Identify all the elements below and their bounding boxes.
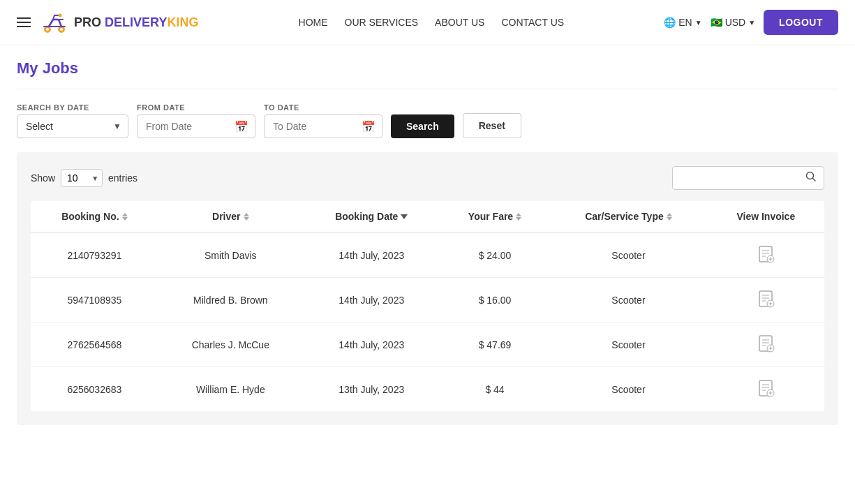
entries-select-wrapper: 10 25 50 100 ▼ (61, 169, 103, 187)
cell-driver: William E. Hyde (158, 367, 303, 412)
cell-fare: $ 47.69 (440, 323, 550, 367)
table-header: Booking No. Driver (31, 201, 824, 232)
table-row: 2762564568 Charles J. McCue 14th July, 2… (31, 323, 824, 367)
nav-our-services[interactable]: OUR SERVICES (345, 17, 419, 28)
currency-selector[interactable]: 🇧🇷 USD ▼ (711, 17, 755, 28)
header-right: 🌐 EN ▼ 🇧🇷 USD ▼ LOGOUT (664, 10, 838, 35)
currency-flag-icon: 🇧🇷 (711, 17, 722, 28)
search-by-date-group: SEARCH BY DATE Select Today This Week Th… (17, 103, 128, 138)
from-date-input-wrapper: 📅 (137, 114, 255, 138)
col-booking-no: Booking No. (31, 201, 158, 232)
sort-icon[interactable] (244, 213, 249, 221)
invoice-icon[interactable] (756, 378, 775, 398)
logo-text: PRO DELIVERYKING (74, 15, 198, 30)
svg-point-2 (46, 28, 49, 31)
search-by-date-label: SEARCH BY DATE (17, 103, 128, 112)
language-selector[interactable]: 🌐 EN ▼ (664, 17, 701, 28)
from-date-group: FROM DATE 📅 (137, 103, 255, 138)
currency-label: USD (725, 17, 746, 28)
from-date-label: FROM DATE (137, 103, 255, 112)
col-booking-date: Booking Date (303, 201, 440, 232)
hamburger-icon[interactable] (17, 17, 31, 27)
to-date-input-wrapper: 📅 (264, 114, 382, 138)
language-label: EN (678, 17, 692, 28)
show-entries: Show 10 25 50 100 ▼ entries (31, 169, 137, 187)
cell-booking-no: 2762564568 (31, 323, 158, 367)
svg-point-3 (60, 28, 63, 31)
entries-label: entries (108, 172, 137, 184)
cell-car-service-type: Scooter (549, 232, 707, 278)
table-row: 6256032683 William E. Hyde 13th July, 20… (31, 367, 824, 412)
divider (17, 89, 838, 89)
filter-bar: SEARCH BY DATE Select Today This Week Th… (17, 103, 838, 138)
cell-driver: Mildred B. Brown (158, 278, 303, 323)
cell-booking-date: 13th July, 2023 (303, 367, 440, 412)
reset-button[interactable]: Reset (463, 113, 521, 138)
cell-car-service-type: Scooter (549, 278, 707, 323)
data-table: Booking No. Driver (31, 201, 824, 411)
table-row: 2140793291 Smith Davis 14th July, 2023 $… (31, 232, 824, 278)
table-search-button[interactable] (798, 167, 824, 189)
header-row: Booking No. Driver (31, 201, 824, 232)
cell-car-service-type: Scooter (549, 367, 707, 412)
table-body: 2140793291 Smith Davis 14th July, 2023 $… (31, 232, 824, 411)
sort-icon[interactable] (122, 213, 128, 221)
svg-line-6 (813, 179, 816, 181)
cell-booking-date: 14th July, 2023 (303, 232, 440, 278)
cell-car-service-type: Scooter (549, 323, 707, 367)
chevron-down-icon: ▼ (695, 19, 702, 27)
cell-fare: $ 16.00 (440, 278, 550, 323)
to-date-input[interactable] (264, 114, 382, 138)
search-button[interactable]: Search (391, 114, 454, 138)
show-label: Show (31, 172, 55, 184)
col-driver: Driver (158, 201, 303, 232)
entries-select[interactable]: 10 25 50 100 (61, 169, 103, 187)
logo-icon (39, 7, 70, 38)
sort-icon[interactable] (401, 214, 408, 219)
cell-invoice (708, 278, 824, 323)
cell-fare: $ 24.00 (440, 232, 550, 278)
select-wrapper: Select Today This Week This Month ▼ (17, 114, 128, 138)
page-title: My Jobs (17, 59, 838, 77)
invoice-icon[interactable] (756, 334, 775, 353)
cell-driver: Charles J. McCue (158, 323, 303, 367)
nav-about-us[interactable]: ABOUT US (435, 17, 484, 28)
cell-fare: $ 44 (440, 367, 550, 412)
cell-driver: Smith Davis (158, 232, 303, 278)
header-left: PRO DELIVERYKING (17, 7, 198, 38)
page-content: My Jobs SEARCH BY DATE Select Today This… (0, 45, 855, 439)
invoice-icon[interactable] (756, 244, 775, 264)
nav-home[interactable]: HOME (299, 17, 328, 28)
table-section: Show 10 25 50 100 ▼ entries (17, 152, 838, 425)
from-date-input[interactable] (137, 114, 255, 138)
cell-booking-no: 6256032683 (31, 367, 158, 412)
logo: PRO DELIVERYKING (39, 7, 198, 38)
sort-icon[interactable] (516, 213, 521, 221)
chevron-down-icon: ▼ (748, 19, 755, 27)
table-search-wrapper (672, 166, 824, 190)
col-view-invoice: View Invoice (708, 201, 824, 232)
col-your-fare: Your Fare (440, 201, 550, 232)
logout-button[interactable]: LOGOUT (764, 10, 838, 35)
cell-booking-date: 14th July, 2023 (303, 278, 440, 323)
cell-invoice (708, 323, 824, 367)
main-nav: HOME OUR SERVICES ABOUT US CONTACT US (299, 17, 565, 28)
cell-booking-no: 2140793291 (31, 232, 158, 278)
search-icon (805, 171, 817, 182)
cell-booking-date: 14th July, 2023 (303, 323, 440, 367)
globe-icon: 🌐 (664, 17, 676, 28)
cell-invoice (708, 232, 824, 278)
to-date-group: TO DATE 📅 (264, 103, 382, 138)
nav-contact-us[interactable]: CONTACT US (501, 17, 564, 28)
to-date-label: TO DATE (264, 103, 382, 112)
header: PRO DELIVERYKING HOME OUR SERVICES ABOUT… (0, 0, 855, 45)
search-by-date-select[interactable]: Select Today This Week This Month (17, 114, 128, 138)
sort-icon[interactable] (667, 213, 672, 221)
table-search-input[interactable] (673, 168, 798, 188)
cell-invoice (708, 367, 824, 412)
cell-booking-no: 5947108935 (31, 278, 158, 323)
table-row: 5947108935 Mildred B. Brown 14th July, 2… (31, 278, 824, 323)
col-car-service-type: Car/Service Type (549, 201, 707, 232)
table-controls: Show 10 25 50 100 ▼ entries (31, 166, 824, 190)
invoice-icon[interactable] (756, 289, 775, 309)
